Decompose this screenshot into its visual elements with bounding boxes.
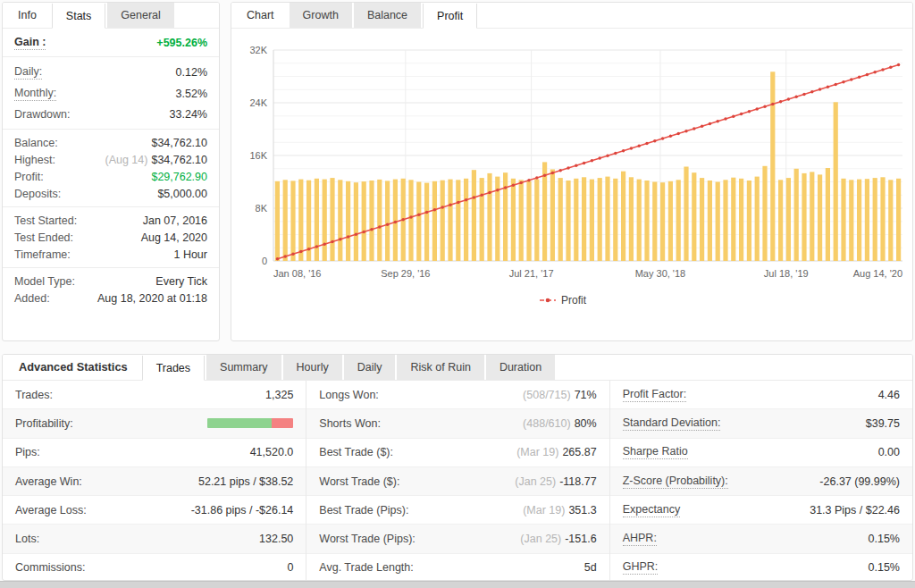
value-text: 265.87 bbox=[562, 446, 596, 458]
stat-label: Average Loss: bbox=[15, 504, 87, 517]
tab-trades[interactable]: Trades bbox=[142, 356, 205, 381]
value-text: 0.12% bbox=[176, 66, 207, 79]
stat-label: Shorts Won: bbox=[319, 417, 381, 430]
stat-row-average-loss: Average Loss:-31.86 pips / -$26.14 bbox=[3, 496, 306, 525]
value-text: -118.77 bbox=[559, 475, 596, 488]
value-date-prefix: (508/715) bbox=[523, 389, 571, 401]
statistics-table: Trades:1,325Profitability:Pips:41,520.0A… bbox=[3, 381, 912, 581]
value-text: 1,325 bbox=[265, 389, 293, 401]
value-text: $39.75 bbox=[866, 417, 900, 430]
stat-label[interactable]: Profit Factor: bbox=[623, 388, 687, 402]
stat-value: -31.86 pips / -$26.14 bbox=[191, 504, 294, 517]
tab-stats[interactable]: Stats bbox=[52, 4, 106, 29]
profitability-bar bbox=[207, 418, 293, 428]
info-value: 3.52% bbox=[176, 88, 207, 100]
stat-label: Avg. Trade Length: bbox=[319, 561, 413, 574]
info-label[interactable]: Daily: bbox=[14, 65, 42, 80]
info-row-model-type: Model Type:Every Tick bbox=[3, 273, 219, 290]
info-label: Balance: bbox=[14, 137, 58, 149]
value-text: Jan 07, 2016 bbox=[143, 214, 207, 227]
y-axis-tick: 0 bbox=[262, 256, 267, 266]
stat-row-pips: Pips:41,520.0 bbox=[3, 439, 306, 467]
profit-chart-svg: 08K16K24K32KJan 08, '16Sep 29, '16Jul 21… bbox=[231, 29, 912, 340]
tab-daily[interactable]: Daily bbox=[344, 355, 396, 380]
stat-label[interactable]: GHPR: bbox=[623, 560, 659, 575]
stat-value: (Mar 19)265.87 bbox=[516, 446, 596, 458]
tab-duration[interactable]: Duration bbox=[486, 355, 555, 380]
stat-value: -26.37 (99.99%) bbox=[819, 475, 900, 488]
stat-row-ghpr: GHPR:0.15% bbox=[610, 554, 912, 581]
info-row-added: Added:Aug 18, 2020 at 01:18 bbox=[3, 290, 219, 307]
stat-label[interactable]: AHPR: bbox=[623, 532, 657, 546]
tab-hourly[interactable]: Hourly bbox=[283, 355, 342, 380]
stat-label: Best Trade (Pips): bbox=[319, 504, 408, 517]
info-label[interactable]: Monthly: bbox=[14, 87, 56, 101]
stat-row-average-win: Average Win:52.21 pips / $38.52 bbox=[3, 467, 306, 496]
tab-summary[interactable]: Summary bbox=[206, 355, 281, 380]
stat-label: Worst Trade ($): bbox=[319, 475, 399, 488]
info-label: Profit: bbox=[14, 171, 44, 183]
value-date-prefix: (Jan 25) bbox=[520, 533, 561, 545]
info-value: +595.26% bbox=[156, 37, 207, 49]
profitability-loss-segment bbox=[272, 418, 293, 428]
stat-row-sharpe-ratio: Sharpe Ratio0.00 bbox=[610, 439, 912, 467]
chart-legend[interactable]: Profit bbox=[540, 294, 587, 307]
value-text: 1 Hour bbox=[173, 248, 207, 261]
info-label: Model Type: bbox=[14, 275, 75, 288]
info-tab-strip: InfoStatsGeneral bbox=[3, 3, 219, 29]
value-date-prefix: (Mar 19) bbox=[516, 446, 558, 458]
horizontal-scrollbar[interactable] bbox=[0, 581, 915, 588]
stat-label: Lots: bbox=[15, 533, 39, 545]
tab-profit[interactable]: Profit bbox=[423, 4, 477, 29]
tab-balance[interactable]: Balance bbox=[354, 3, 421, 28]
stat-label: Worst Trade (Pips): bbox=[319, 533, 415, 545]
info-value: Aug 14, 2020 bbox=[141, 231, 207, 244]
tab-growth[interactable]: Growth bbox=[290, 3, 352, 28]
value-text: Aug 18, 2020 at 01:18 bbox=[97, 292, 207, 305]
stat-row-worst-trade-pips: Worst Trade (Pips):(Jan 25)-151.6 bbox=[306, 525, 609, 553]
info-label: Drawdown: bbox=[14, 108, 71, 121]
value-text: 0.00 bbox=[878, 446, 900, 458]
value-text: $34,762.10 bbox=[151, 154, 207, 166]
stat-row-z-score-probability: Z-Score (Probability):-26.37 (99.99%) bbox=[610, 467, 912, 496]
advanced-statistics-panel: Advanced Statistics TradesSummaryHourlyD… bbox=[2, 354, 913, 581]
info-row-highest: Highest:(Aug 14)$34,762.10 bbox=[3, 151, 219, 168]
y-axis-tick: 16K bbox=[249, 150, 267, 161]
value-text: 351.3 bbox=[568, 504, 596, 517]
stat-row-profitability: Profitability: bbox=[3, 409, 306, 438]
stat-value: (Mar 19)351.3 bbox=[523, 504, 597, 517]
stat-label: Trades: bbox=[15, 389, 53, 401]
stat-label: Commissions: bbox=[15, 561, 86, 574]
page: InfoStatsGeneral Gain :+595.26%Daily:0.1… bbox=[0, 0, 915, 588]
value-text: Aug 14, 2020 bbox=[141, 231, 207, 244]
stat-label: Pips: bbox=[15, 446, 40, 458]
info-label: Timeframe: bbox=[14, 248, 71, 261]
info-value: 1 Hour bbox=[173, 248, 207, 261]
stat-label[interactable]: Standard Deviation: bbox=[623, 416, 721, 431]
x-axis-tick: Sep 29, '16 bbox=[381, 268, 430, 279]
info-value: Jan 07, 2016 bbox=[143, 214, 207, 227]
stat-label[interactable]: Expectancy bbox=[623, 503, 681, 517]
stat-label[interactable]: Sharpe Ratio bbox=[623, 445, 688, 459]
info-value: $29,762.90 bbox=[151, 171, 207, 183]
stat-label[interactable]: Z-Score (Probability): bbox=[623, 475, 728, 489]
value-text: 0.15% bbox=[869, 561, 900, 574]
stat-row-worst-trade: Worst Trade ($):(Jan 25)-118.77 bbox=[306, 467, 609, 496]
stat-label: Best Trade ($): bbox=[319, 446, 393, 458]
tab-risk-of-ruin[interactable]: Risk of Ruin bbox=[397, 355, 483, 380]
stat-value: 0.00 bbox=[878, 446, 900, 458]
stat-row-avg-trade-length: Avg. Trade Length:5d bbox=[306, 554, 609, 581]
tab-info[interactable]: Info bbox=[4, 3, 50, 28]
info-label: Test Ended: bbox=[14, 231, 73, 244]
x-axis-tick: Aug 14, '20 bbox=[853, 268, 902, 279]
info-label: Deposits: bbox=[14, 188, 61, 200]
info-row-test-ended: Test Ended:Aug 14, 2020 bbox=[3, 229, 219, 246]
tab-chart[interactable]: Chart bbox=[233, 3, 288, 28]
info-group: Balance:$34,762.10Highest:(Aug 14)$34,76… bbox=[3, 129, 219, 206]
value-text: Every Tick bbox=[155, 275, 207, 288]
stat-label: Longs Won: bbox=[319, 389, 378, 401]
tab-general[interactable]: General bbox=[107, 3, 173, 28]
stat-row-longs-won: Longs Won:(508/715)71% bbox=[306, 381, 609, 409]
info-label[interactable]: Gain : bbox=[14, 36, 46, 50]
stat-label: Profitability: bbox=[15, 417, 73, 430]
